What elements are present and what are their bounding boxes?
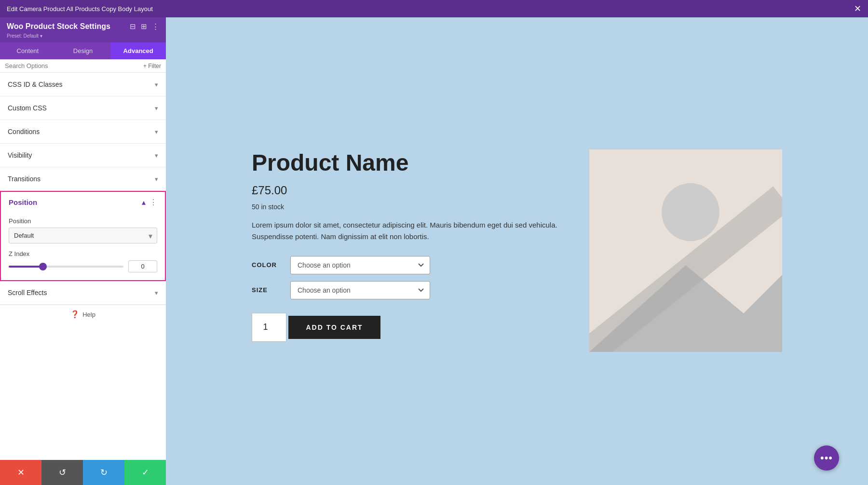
accordion-scroll-effects: Scroll Effects ▾ bbox=[0, 281, 166, 305]
sidebar-search: + Filter bbox=[0, 59, 166, 73]
sidebar-tabs: Content Design Advanced bbox=[0, 42, 166, 59]
add-to-cart-button[interactable]: ADD TO CART bbox=[288, 316, 380, 339]
position-select[interactable]: Default Static Relative Absolute Fixed S… bbox=[9, 228, 157, 243]
product-price: £75.00 bbox=[252, 184, 560, 197]
position-field-label: Position bbox=[9, 217, 157, 225]
product-card: Product Name £75.00 50 in stock Lorem ip… bbox=[252, 149, 782, 353]
sidebar-scroll: CSS ID & Classes ▾ Custom CSS ▾ Conditio… bbox=[0, 73, 166, 485]
more-icon[interactable]: ⋮ bbox=[152, 22, 159, 31]
color-select[interactable]: Choose an option bbox=[290, 256, 430, 274]
chevron-down-icon: ▾ bbox=[155, 128, 158, 135]
sidebar-footer[interactable]: ❓ Help bbox=[0, 305, 166, 323]
accordion-header-scroll-effects[interactable]: Scroll Effects ▾ bbox=[0, 281, 166, 304]
accordion-transitions: Transitions ▾ bbox=[0, 167, 166, 191]
sidebar-title: Woo Product Stock Settings bbox=[7, 22, 126, 31]
accordion-header-custom-css[interactable]: Custom CSS ▾ bbox=[0, 96, 166, 120]
tab-advanced[interactable]: Advanced bbox=[110, 42, 166, 59]
top-bar: Edit Camera Product All Products Copy Bo… bbox=[0, 0, 868, 17]
quantity-input[interactable] bbox=[252, 313, 286, 342]
svg-point-1 bbox=[662, 183, 719, 241]
cancel-button[interactable]: ✕ bbox=[0, 460, 41, 485]
tab-design[interactable]: Design bbox=[55, 42, 111, 59]
accordion-custom-css: Custom CSS ▾ bbox=[0, 96, 166, 120]
main-content: Product Name £75.00 50 in stock Lorem ip… bbox=[166, 17, 868, 485]
accordion-header-css-id-classes[interactable]: CSS ID & Classes ▾ bbox=[0, 73, 166, 96]
z-index-label: Z Index bbox=[9, 250, 157, 257]
chevron-down-icon: ▾ bbox=[155, 289, 158, 296]
redo-button[interactable]: ↻ bbox=[83, 460, 124, 485]
position-section: Position ▴ ⋮ Position Default Static Rel… bbox=[0, 191, 166, 281]
product-stock: 50 in stock bbox=[252, 203, 560, 211]
preset-label[interactable]: Preset: Default ▾ bbox=[7, 33, 159, 39]
accordion-header-transitions[interactable]: Transitions ▾ bbox=[0, 167, 166, 190]
slider-track bbox=[9, 266, 123, 268]
top-bar-title: Edit Camera Product All Products Copy Bo… bbox=[7, 5, 153, 13]
position-header-icons: ▴ ⋮ bbox=[142, 198, 157, 207]
chevron-down-icon: ▾ bbox=[155, 152, 158, 159]
position-select-wrapper: Default Static Relative Absolute Fixed S… bbox=[9, 228, 157, 243]
search-input[interactable] bbox=[5, 62, 140, 69]
product-description: Lorem ipsum dolor sit amet, consectetur … bbox=[252, 219, 560, 242]
accordion-conditions: Conditions ▾ bbox=[0, 120, 166, 144]
color-label: COLOR bbox=[252, 261, 281, 269]
more-options-icon[interactable]: ⋮ bbox=[149, 198, 157, 207]
fab-button[interactable]: ••• bbox=[814, 445, 839, 471]
chevron-down-icon: ▾ bbox=[155, 81, 158, 88]
product-options: COLOR Choose an option SIZE Choose an op… bbox=[252, 256, 560, 299]
sidebar-header: Woo Product Stock Settings ⊟ ⊞ ⋮ Preset:… bbox=[0, 17, 166, 42]
columns-icon[interactable]: ⊞ bbox=[141, 22, 147, 31]
position-section-title: Position bbox=[9, 198, 37, 206]
z-index-slider-row bbox=[9, 260, 157, 272]
close-icon[interactable]: ✕ bbox=[854, 4, 861, 13]
accordion-css-id-classes: CSS ID & Classes ▾ bbox=[0, 73, 166, 96]
product-info: Product Name £75.00 50 in stock Lorem ip… bbox=[252, 149, 560, 353]
size-label: SIZE bbox=[252, 286, 281, 294]
tab-content[interactable]: Content bbox=[0, 42, 55, 59]
position-header[interactable]: Position ▴ ⋮ bbox=[1, 192, 165, 213]
accordion-header-visibility[interactable]: Visibility ▾ bbox=[0, 144, 166, 167]
slider-thumb[interactable] bbox=[39, 263, 47, 270]
z-index-input[interactable] bbox=[128, 260, 157, 272]
product-image bbox=[589, 149, 782, 352]
help-icon: ❓ bbox=[70, 310, 80, 319]
position-body: Position Default Static Relative Absolut… bbox=[1, 213, 165, 280]
chevron-down-icon: ▾ bbox=[155, 175, 158, 183]
sidebar: Woo Product Stock Settings ⊟ ⊞ ⋮ Preset:… bbox=[0, 17, 166, 485]
product-name: Product Name bbox=[252, 149, 560, 176]
size-select[interactable]: Choose an option bbox=[290, 281, 430, 299]
undo-button[interactable]: ↺ bbox=[41, 460, 83, 485]
filter-button[interactable]: + Filter bbox=[143, 63, 161, 69]
accordion-header-conditions[interactable]: Conditions ▾ bbox=[0, 120, 166, 143]
collapse-icon[interactable]: ▴ bbox=[142, 198, 146, 207]
save-button[interactable]: ✓ bbox=[124, 460, 166, 485]
settings-icon[interactable]: ⊟ bbox=[130, 22, 136, 31]
action-bar: ✕ ↺ ↻ ✓ bbox=[0, 460, 166, 485]
color-option-row: COLOR Choose an option bbox=[252, 256, 560, 274]
chevron-down-icon: ▾ bbox=[155, 105, 158, 112]
size-option-row: SIZE Choose an option bbox=[252, 281, 560, 299]
slider-fill bbox=[9, 266, 43, 268]
product-image-svg bbox=[589, 149, 782, 352]
sidebar-header-icons: ⊟ ⊞ ⋮ bbox=[130, 22, 159, 31]
help-label: Help bbox=[82, 311, 95, 318]
accordion-visibility: Visibility ▾ bbox=[0, 144, 166, 167]
